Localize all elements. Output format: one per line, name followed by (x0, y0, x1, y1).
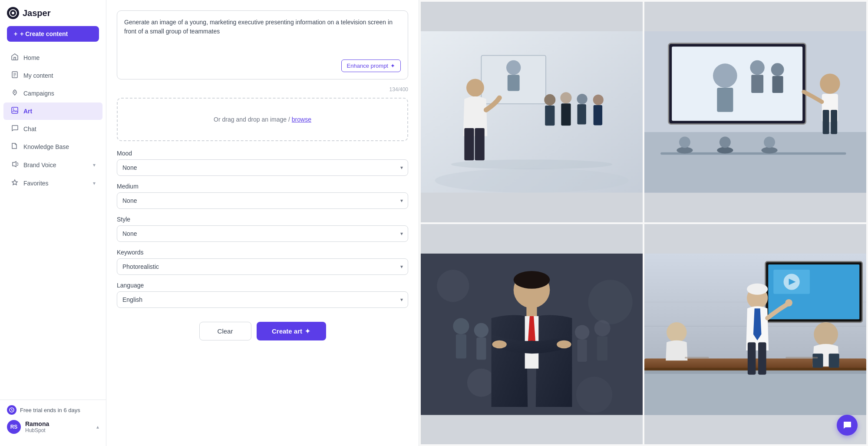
chat-icon (10, 125, 19, 133)
sidebar-item-my-content[interactable]: My content (3, 67, 102, 84)
svg-point-34 (713, 63, 737, 88)
logo-icon (7, 7, 19, 19)
mood-select[interactable]: None Happy Serious Dramatic Calm (117, 159, 408, 176)
home-label: Home (23, 54, 96, 61)
gallery-image-1[interactable] (421, 2, 643, 222)
create-button-label: + Create content (20, 30, 68, 37)
sidebar-item-art[interactable]: Art (3, 102, 102, 120)
svg-point-52 (437, 270, 469, 302)
sidebar-item-home[interactable]: Home (3, 49, 102, 66)
user-company: HubSpot (25, 427, 92, 433)
knowledge-base-label: Knowledge Base (23, 143, 96, 150)
svg-marker-10 (12, 180, 17, 185)
gallery-image-4[interactable] (644, 224, 866, 445)
svg-point-64 (474, 323, 488, 337)
medium-select[interactable]: None Oil painting Watercolor Digital art… (117, 192, 408, 209)
style-select-wrapper: None Abstract Realistic Impressionist Mi… (117, 225, 408, 242)
chevron-down-icon-2: ▾ (93, 180, 96, 186)
svg-rect-21 (545, 106, 554, 126)
svg-point-47 (717, 147, 733, 154)
svg-rect-43 (831, 110, 837, 134)
chat-fab-button[interactable] (837, 415, 858, 436)
svg-rect-16 (508, 75, 520, 91)
chevron-down-icon: ▾ (93, 162, 96, 168)
bottom-actions: Clear Create art ✦ (117, 315, 408, 340)
prompt-box: Enhance prompt ✦ (117, 10, 408, 79)
svg-rect-65 (476, 337, 486, 360)
left-panel: Enhance prompt ✦ 134/400 Or drag and dro… (106, 0, 419, 446)
svg-point-6 (14, 92, 16, 93)
enhance-label: Enhance prompt (347, 63, 388, 69)
sidebar-item-campaigns[interactable]: Campaigns (3, 85, 102, 102)
svg-point-22 (560, 92, 571, 103)
keywords-field-group: Keywords Photorealistic Portrait Landsca… (117, 249, 408, 275)
svg-point-54 (467, 368, 495, 396)
svg-point-90 (667, 322, 686, 342)
svg-point-26 (593, 95, 604, 105)
drop-zone-text: Or drag and drop an image / (214, 116, 292, 123)
svg-rect-27 (594, 105, 602, 125)
svg-rect-35 (717, 88, 733, 112)
svg-point-8 (13, 109, 14, 109)
prompt-textarea[interactable] (124, 18, 401, 54)
sidebar-item-chat[interactable]: Chat (3, 120, 102, 138)
gallery-image-2[interactable] (644, 2, 866, 222)
create-art-button[interactable]: Create art ✦ (257, 322, 326, 340)
style-select[interactable]: None Abstract Realistic Impressionist Mi… (117, 225, 408, 242)
avatar: RS (7, 420, 21, 434)
art-label: Art (23, 108, 96, 115)
sparkle-icon: ✦ (390, 63, 395, 69)
my-content-label: My content (23, 72, 96, 79)
svg-point-68 (594, 320, 611, 336)
star-icon (10, 179, 19, 188)
svg-point-24 (577, 94, 587, 104)
drop-zone[interactable]: Or drag and drop an image / browse (117, 98, 408, 141)
svg-rect-19 (475, 128, 484, 160)
svg-point-1 (12, 12, 14, 14)
clear-label: Clear (218, 327, 233, 335)
user-area[interactable]: RS Ramona HubSpot ▴ (7, 420, 99, 434)
svg-point-84 (785, 299, 792, 306)
create-art-icon: ✦ (305, 327, 310, 335)
enhance-prompt-button[interactable]: Enhance prompt ✦ (341, 59, 401, 72)
svg-point-36 (750, 60, 764, 75)
mood-select-wrapper: None Happy Serious Dramatic Calm ▾ (117, 159, 408, 176)
browse-link[interactable]: browse (292, 116, 311, 123)
sidebar-item-brand-voice[interactable]: Brand Voice ▾ (3, 156, 102, 174)
prompt-actions: Enhance prompt ✦ (124, 59, 401, 72)
create-content-button[interactable]: + + Create content (7, 26, 99, 42)
gallery-image-3[interactable] (421, 224, 643, 445)
svg-rect-39 (772, 76, 783, 93)
char-count: 134/400 (117, 86, 408, 93)
brand-voice-label: Brand Voice (23, 162, 89, 168)
svg-point-17 (466, 79, 484, 97)
svg-point-50 (764, 136, 775, 148)
clear-button[interactable]: Clear (199, 322, 251, 340)
sidebar-bottom: Free trial ends in 6 days RS Ramona HubS… (0, 400, 106, 439)
svg-point-61 (557, 340, 571, 348)
avatar-initials: RS (10, 424, 18, 430)
svg-rect-31 (644, 132, 866, 192)
sidebar-item-favorites[interactable]: Favorites ▾ (3, 175, 102, 192)
svg-rect-67 (577, 339, 587, 361)
style-field-group: Style None Abstract Realistic Impression… (117, 216, 408, 242)
svg-point-62 (453, 318, 469, 334)
svg-rect-91 (685, 357, 709, 358)
right-panel (419, 0, 868, 446)
user-expand-icon: ▴ (96, 424, 99, 430)
main-content: Enhance prompt ✦ 134/400 Or drag and dro… (106, 0, 868, 446)
svg-point-38 (771, 63, 784, 76)
create-art-label: Create art (272, 327, 302, 335)
language-field-group: Language English Spanish French German J… (117, 282, 408, 308)
svg-rect-7 (12, 107, 18, 113)
svg-point-57 (514, 271, 550, 288)
svg-point-46 (679, 136, 690, 148)
mood-label: Mood (117, 150, 408, 157)
language-select[interactable]: English Spanish French German Japanese (117, 291, 408, 308)
svg-rect-37 (751, 75, 763, 93)
sidebar-item-knowledge-base[interactable]: Knowledge Base (3, 138, 102, 155)
keywords-select[interactable]: Photorealistic Portrait Landscape Abstra… (117, 258, 408, 275)
svg-rect-23 (561, 103, 571, 126)
svg-rect-18 (464, 128, 474, 160)
svg-rect-88 (812, 353, 823, 368)
